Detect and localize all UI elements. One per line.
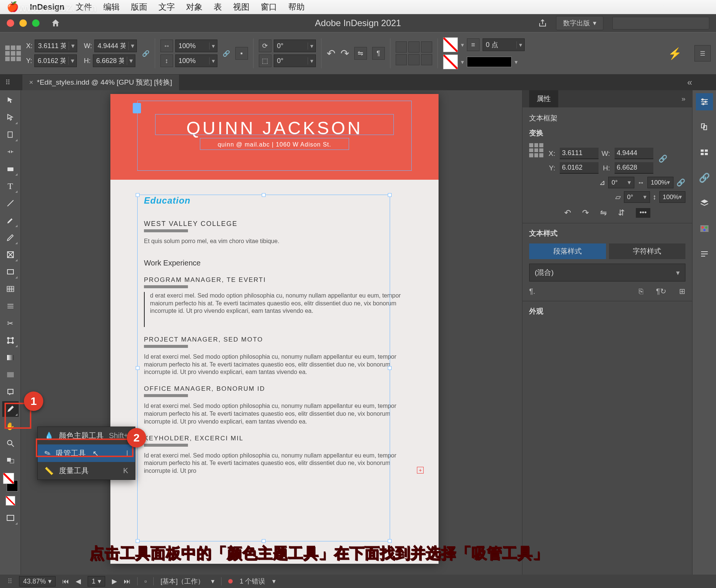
app-menu[interactable]: InDesign <box>30 2 65 12</box>
w-field[interactable] <box>95 40 128 52</box>
link-wh-icon[interactable]: 🔗 <box>142 50 150 57</box>
menu-table[interactable]: 表 <box>214 1 222 13</box>
new-style-icon[interactable]: ⊞ <box>679 287 685 296</box>
zoom-dropdown[interactable]: 43.87%▾ <box>19 576 56 587</box>
zoom-tool[interactable] <box>2 436 19 451</box>
menu-edit[interactable]: 编辑 <box>103 1 120 13</box>
pilcrow-icon[interactable]: ¶. <box>529 287 535 296</box>
search-input[interactable] <box>612 17 709 29</box>
toggle-fill-stroke[interactable] <box>2 453 19 468</box>
screen-mode-icon[interactable] <box>2 510 19 526</box>
content-collector-tool[interactable] <box>2 161 19 177</box>
page-field[interactable]: 1▾ <box>88 576 105 587</box>
workspace-dropdown[interactable]: 数字出版 ▾ <box>556 16 603 30</box>
collapse-icon[interactable]: » <box>681 95 685 103</box>
fill-swatch[interactable] <box>443 37 458 52</box>
menu-view[interactable]: 视图 <box>233 1 249 13</box>
pp-x-field[interactable]: 3.6111 <box>560 148 599 159</box>
menu-file[interactable]: 文件 <box>76 1 92 13</box>
rotate-ccw-icon[interactable]: ↶ <box>564 208 571 218</box>
last-page-icon[interactable]: ⏭ <box>124 578 131 585</box>
options-icon[interactable]: ☰ <box>694 45 711 62</box>
pencil-tool[interactable] <box>2 230 19 245</box>
fill-stroke-swatches[interactable] <box>2 473 19 491</box>
gpu-bolt-icon[interactable]: ⚡ <box>660 47 689 60</box>
gap-tool[interactable] <box>2 144 19 160</box>
h-field[interactable] <box>93 54 127 67</box>
error-count[interactable]: 1 个错误 <box>239 577 265 586</box>
more-options-icon[interactable]: ••• <box>636 208 650 218</box>
cc-libraries-dock-icon[interactable] <box>696 144 713 161</box>
paragraph-icon[interactable]: ¶ <box>372 47 385 60</box>
align-buttons[interactable] <box>396 41 432 65</box>
free-transform-tool[interactable] <box>2 333 19 348</box>
scale-y-field[interactable] <box>176 57 209 65</box>
layers-dock-icon[interactable] <box>696 195 713 212</box>
next-page-icon[interactable]: ▶ <box>112 577 117 585</box>
stroke-style[interactable] <box>467 57 512 67</box>
pp-y-field[interactable]: 6.0162 <box>560 162 599 174</box>
chevron-down-icon[interactable]: ▾ <box>69 42 77 50</box>
reference-point-grid[interactable] <box>529 143 543 157</box>
panel-grip-icon[interactable]: ⠿ <box>7 577 12 585</box>
rectangle-tool[interactable] <box>2 264 19 280</box>
first-page-icon[interactable]: ⏮ <box>62 578 69 585</box>
page-tool[interactable] <box>2 127 19 142</box>
overset-text-icon[interactable]: + <box>417 467 424 474</box>
flip-h-icon[interactable]: ⇋ <box>354 47 367 60</box>
apply-color-icon[interactable] <box>2 493 19 509</box>
redefine-style-icon[interactable]: ¶↻ <box>656 287 666 296</box>
pp-rotate-field[interactable]: 0°▾ <box>608 177 634 188</box>
clear-override-icon[interactable]: ⎘ <box>639 287 643 296</box>
note-tool[interactable] <box>2 384 19 400</box>
pp-shear-field[interactable]: 0°▾ <box>624 191 650 203</box>
paragraph-dock-icon[interactable] <box>696 245 713 262</box>
canvas[interactable]: QUINN JACKSON quinn @ mail.abc | 1060 W … <box>21 90 522 575</box>
collapse-panel-icon[interactable]: « <box>687 77 692 88</box>
constrain-icon[interactable]: ▪ <box>235 47 248 60</box>
maximize-window-icon[interactable] <box>32 19 40 27</box>
stroke-swatch[interactable] <box>443 54 458 69</box>
chevron-down-icon[interactable]: ▾ <box>127 57 135 65</box>
link-scale-icon[interactable]: 🔗 <box>223 50 230 57</box>
close-tab-icon[interactable]: × <box>29 78 33 87</box>
menu-window[interactable]: 窗口 <box>261 1 277 13</box>
y-field[interactable] <box>35 54 68 67</box>
rotate-cw-icon[interactable]: ↷ <box>340 47 349 60</box>
flyout-measure-tool[interactable]: 📏 度量工具 K <box>38 462 135 479</box>
table-cell-tool[interactable] <box>2 281 19 297</box>
scale-x-field[interactable] <box>176 42 209 50</box>
panel-grip-icon[interactable]: ⠿ <box>5 78 10 87</box>
type-tool[interactable]: T <box>2 178 19 194</box>
chevron-down-icon[interactable]: ▾ <box>461 59 464 66</box>
selection-tool[interactable] <box>2 92 19 108</box>
pp-scalex-field[interactable]: 100%▾ <box>647 177 673 188</box>
horizontal-grid-tool[interactable] <box>2 298 19 314</box>
minimize-window-icon[interactable] <box>19 19 27 27</box>
rotate-cw-icon[interactable]: ↷ <box>582 208 589 218</box>
pp-scaley-field[interactable]: 100%▾ <box>659 191 685 203</box>
x-field[interactable] <box>35 40 69 52</box>
style-dropdown[interactable]: (混合)▾ <box>529 264 685 282</box>
menu-type[interactable]: 文字 <box>158 1 175 13</box>
rotate-ccw-icon[interactable]: ↶ <box>327 47 335 60</box>
pen-tool[interactable] <box>2 213 19 228</box>
stroke-weight-field[interactable] <box>483 41 516 49</box>
preflight-profile[interactable]: [基本]（工作） <box>160 577 204 586</box>
reference-point-grid[interactable] <box>5 45 21 61</box>
prev-page-icon[interactable]: ◀ <box>76 577 81 585</box>
menu-object[interactable]: 对象 <box>186 1 202 13</box>
document-tab[interactable]: × *Edit_styles.indd @ 44% [GPU 预览] [转换] <box>22 75 179 90</box>
share-icon[interactable] <box>538 19 547 28</box>
shear-field[interactable] <box>274 57 308 65</box>
properties-dock-icon[interactable] <box>696 93 713 110</box>
scissors-tool[interactable]: ✂ <box>2 315 19 331</box>
rotate-field[interactable] <box>274 42 308 50</box>
chevron-down-icon[interactable]: ▾ <box>128 42 136 50</box>
pages-dock-icon[interactable] <box>696 119 713 136</box>
flip-v-icon[interactable]: ⇵ <box>618 208 625 218</box>
chevron-down-icon[interactable]: ▾ <box>461 41 464 48</box>
links-dock-icon[interactable]: 🔗 <box>696 169 713 186</box>
chevron-down-icon[interactable]: ▾ <box>68 57 76 65</box>
apple-logo-icon[interactable]: 🍎 <box>7 1 19 13</box>
